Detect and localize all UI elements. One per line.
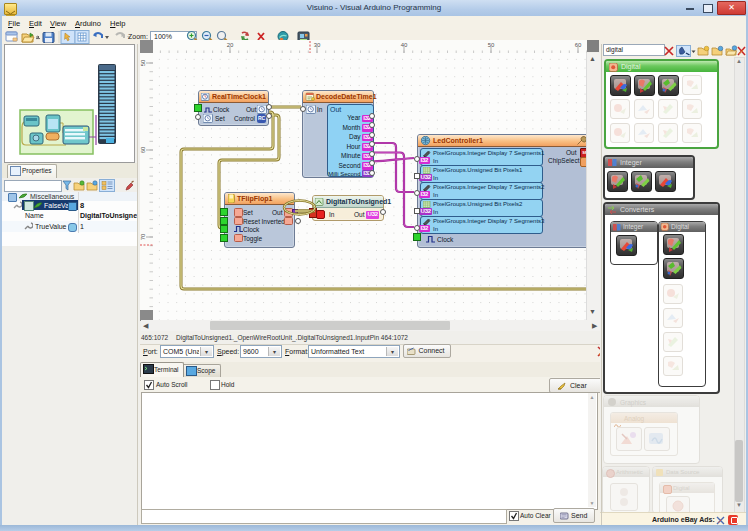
svg-text:40: 40 — [401, 42, 408, 48]
svg-text:60: 60 — [575, 42, 582, 48]
svg-text:50: 50 — [488, 42, 495, 48]
svg-text:50: 50 — [140, 59, 146, 66]
svg-text:70: 70 — [140, 233, 146, 240]
svg-text:60: 60 — [140, 146, 146, 153]
svg-text:30: 30 — [314, 42, 321, 48]
svg-text:20: 20 — [227, 42, 234, 48]
